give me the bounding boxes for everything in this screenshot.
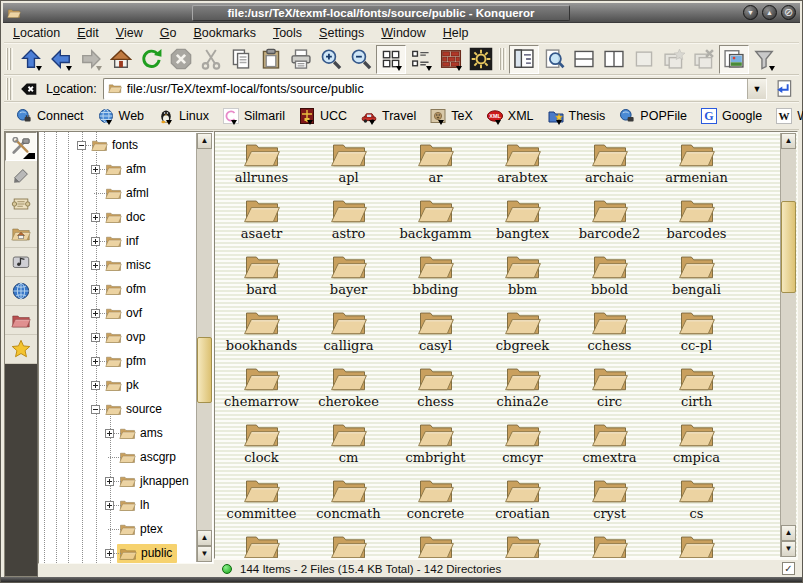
bookmark-wikipedia[interactable]: WWikipedia [769,106,803,126]
folder-item-barcode2[interactable]: barcode2 [566,194,653,250]
tree-scroll-down-button[interactable]: ▼ [197,546,212,562]
sidebar-toggle-button[interactable] [509,45,539,74]
tree-expander-plus[interactable] [91,309,100,318]
sidebar-tab-bookmarks-star[interactable] [5,335,37,364]
folder-item-committee[interactable]: committee [218,474,305,530]
folder-item[interactable] [653,530,740,559]
bookmark-connect[interactable]: Connect [9,106,91,126]
tree-item-ovp[interactable]: ovp [39,325,196,349]
folder-item-cryst[interactable]: cryst [566,474,653,530]
tree-item-inf[interactable]: inf [39,229,196,253]
folder-item-casyl[interactable]: casyl [392,306,479,362]
folder-item[interactable] [305,530,392,559]
bookmark-google[interactable]: GGoogle [694,106,769,126]
sidebar-tab-tools[interactable] [5,132,37,161]
tree-item-label[interactable]: doc [126,210,145,224]
folder-item[interactable] [218,530,305,559]
split-vertical-button[interactable] [599,45,629,74]
tree-expander-plus[interactable] [91,285,100,294]
location-value[interactable]: file:/usr/TeX/texmf-local/fonts/source/p… [127,82,742,96]
back-button[interactable] [46,45,76,74]
folder-item-bbding[interactable]: bbding [392,250,479,306]
tree-item-label[interactable]: inf [126,234,139,248]
menu-go[interactable]: Go [160,26,177,40]
menu-settings[interactable]: Settings [319,26,364,40]
paste-button[interactable] [256,45,286,74]
folder-item-cbgreek[interactable]: cbgreek [479,306,566,362]
folder-item-bbold[interactable]: bbold [566,250,653,306]
tree-expander-minus[interactable] [77,141,86,150]
toolbar-handle[interactable] [6,48,13,70]
tree-item-label[interactable]: afml [126,186,149,200]
sidebar-tab-history[interactable] [5,190,37,219]
folder-item-bookhands[interactable]: bookhands [218,306,305,362]
tree-item-ptex[interactable]: ptex [39,517,196,541]
sidebar-tab-root-folder[interactable] [5,306,37,335]
tree-expander-plus[interactable] [91,357,100,366]
tree-item-label[interactable]: ofm [126,282,146,296]
sidebar-tab-services[interactable] [5,248,37,277]
bookmark-xml[interactable]: XMLXML [480,106,541,126]
view-scroll-down-button[interactable]: ▼ [781,541,796,557]
folder-item-circ[interactable]: circ [566,362,653,418]
folder-item-apl[interactable]: apl [305,138,392,194]
folder-item-cs[interactable]: cs [653,474,740,530]
folder-item-cmbright[interactable]: cmbright [392,418,479,474]
tree-item-label[interactable]: ascgrp [140,450,176,464]
tree-expander-plus[interactable] [91,213,100,222]
maximize-button[interactable]: ▲ [762,5,777,20]
folder-item-chemarrow[interactable]: chemarrow [218,362,305,418]
copy-button[interactable] [226,45,256,74]
folder-item-bayer[interactable]: bayer [305,250,392,306]
bookmark-travel[interactable]: Travel [354,106,423,126]
tree-item-label[interactable]: afm [126,162,146,176]
tree-item-afm[interactable]: afm [39,157,196,181]
folder-item-bbm[interactable]: bbm [479,250,566,306]
reload-button[interactable] [136,45,166,74]
icon-view[interactable]: allrunes apl ar arabtex archaic armenian… [214,131,798,559]
tree-item-label[interactable]: public [141,546,172,560]
menu-help[interactable]: Help [443,26,469,40]
tree-item-jknappen[interactable]: jknappen [39,469,196,493]
view-scroll-up-button[interactable]: ▲ [781,133,796,149]
tree-expander-plus[interactable] [91,261,100,270]
folder-item-croatian[interactable]: croatian [479,474,566,530]
bookmark-web[interactable]: Web [91,106,151,126]
tree-expander-plus[interactable] [105,477,114,486]
tree-expander-plus[interactable] [91,381,100,390]
tree-expander-plus[interactable] [91,333,100,342]
folder-item-asaetr[interactable]: asaetr [218,194,305,250]
tree-item-ofm[interactable]: ofm [39,277,196,301]
tree-item-label[interactable]: misc [126,258,151,272]
close-button[interactable]: ⊘ [781,5,796,20]
tree-item-pk[interactable]: pk [39,373,196,397]
tree-item-label[interactable]: jknappen [140,474,189,488]
view-scroll-up-button-2[interactable]: ▲ [781,525,796,541]
folder-item-chess[interactable]: chess [392,362,479,418]
tree-item-afml[interactable]: afml [39,181,196,205]
folder-item-barcodes[interactable]: barcodes [653,194,740,250]
brick-view-button[interactable] [436,45,466,74]
menu-tools[interactable]: Tools [273,26,302,40]
menu-location[interactable]: Location [13,26,60,40]
bookmark-silmaril[interactable]: Silmaril [216,106,292,126]
folder-item-cmcyr[interactable]: cmcyr [479,418,566,474]
tree-expander-minus[interactable] [91,405,100,414]
tree-expander-plus[interactable] [105,549,114,558]
preview-button[interactable] [719,45,749,74]
shade-button[interactable]: ▼ [743,5,758,20]
folder-item-clock[interactable]: clock [218,418,305,474]
folder-item-cmextra[interactable]: cmextra [566,418,653,474]
folder-item-bengali[interactable]: bengali [653,250,740,306]
folder-item-cmpica[interactable]: cmpica [653,418,740,474]
zoom-in-button[interactable] [316,45,346,74]
tree-scrollbar[interactable]: ▲ ▲ ▼ [196,133,212,562]
folder-item-bangtex[interactable]: bangtex [479,194,566,250]
folder-item-archaic[interactable]: archaic [566,138,653,194]
folder-item-astro[interactable]: astro [305,194,392,250]
menu-edit[interactable]: Edit [77,26,99,40]
tree-scroll-thumb[interactable] [197,337,212,403]
tree-item-label[interactable]: ovf [126,306,142,320]
zoom-out-button[interactable] [346,45,376,74]
icon-view-button[interactable] [376,45,406,74]
